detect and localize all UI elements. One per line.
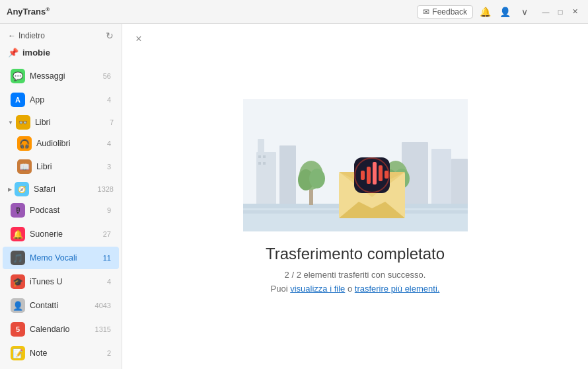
messaggi-count: 56 (103, 72, 111, 80)
libri-count: 7 (110, 118, 114, 126)
user-button[interactable]: 👤 (497, 4, 513, 20)
app-title-text: AnyTrans (7, 7, 46, 17)
audiolibri-icon: 🎧 (17, 136, 32, 151)
suonerie-label: Suonerie (30, 229, 103, 239)
sidebar: ← Indietro ↻ 📌 imobie 💬 Messaggi 56 A Ap… (0, 24, 122, 369)
sidebar-header: ← Indietro ↻ (0, 24, 122, 45)
calendario-count: 1315 (95, 325, 111, 333)
transfer-more-link[interactable]: trasferire più elementi. (355, 284, 440, 294)
sidebar-item-suonerie[interactable]: 🔔 Suonerie 27 (3, 223, 119, 245)
svg-rect-1 (256, 152, 276, 212)
chevron-button[interactable]: ∨ (517, 4, 533, 20)
sidebar-item-itunes[interactable]: 🎓 iTunes U 4 (3, 270, 119, 293)
title-bar-right: ✉ Feedback 🔔 👤 ∨ — □ ✕ (417, 4, 581, 20)
svg-rect-30 (379, 165, 383, 181)
contatti-count: 4043 (95, 302, 111, 309)
app-count: 4 (107, 96, 111, 104)
minimize-button[interactable]: — (539, 5, 552, 19)
sidebar-item-audiolibri[interactable]: 🎧 Audiolibri 4 (9, 132, 119, 155)
window-controls: — □ ✕ (539, 5, 581, 19)
messaggi-label: Messaggi (30, 71, 103, 81)
memo-icon: 🎵 (11, 251, 25, 265)
expand-icon: ▼ (8, 120, 13, 126)
sidebar-group-safari[interactable]: ▶ 🧭 Safari 1328 (0, 179, 122, 198)
svg-rect-5 (431, 149, 451, 212)
success-title: Trasferimento completato (266, 245, 445, 263)
sidebar-item-podcast[interactable]: 🎙 Podcast 9 (3, 199, 119, 222)
podcast-label: Podcast (30, 206, 107, 215)
sidebar-item-calendario[interactable]: 5 Calendario 1315 (3, 318, 119, 341)
title-bar: AnyTrans® ✉ Feedback 🔔 👤 ∨ — □ ✕ (0, 0, 588, 24)
feedback-label: Feedback (432, 7, 467, 17)
illustration-area: Trasferimento completato 2 / 2 elementi … (122, 24, 588, 369)
svg-rect-29 (373, 162, 377, 184)
feedback-icon: ✉ (423, 7, 429, 17)
success-subtitle: 2 / 2 elementi trasferiti con successo. (285, 270, 426, 280)
memo-label: Memo Vocali (30, 253, 103, 263)
device-info: 📌 imobie (0, 45, 122, 64)
back-label: Indietro (18, 31, 45, 40)
podcast-icon: 🎙 (11, 203, 25, 218)
svg-rect-7 (258, 155, 261, 158)
libri2-count: 3 (107, 163, 111, 171)
libri2-icon: 📖 (17, 159, 32, 174)
success-links: Puoi visualizza i file o trasferire più … (271, 284, 440, 294)
libri-label: Libri (35, 118, 110, 127)
suonerie-count: 27 (103, 230, 111, 238)
app-title-sup: ® (46, 7, 50, 13)
app-title: AnyTrans® (7, 7, 50, 17)
svg-rect-10 (263, 162, 266, 165)
contatti-label: Contatti (30, 301, 95, 310)
audiolibri-label: Audiolibri (36, 139, 107, 148)
device-pin-icon: 📌 (8, 48, 18, 58)
itunes-count: 4 (107, 278, 111, 286)
memo-count: 11 (103, 254, 111, 262)
device-name: imobie (22, 48, 50, 58)
notification-button[interactable]: 🔔 (477, 4, 493, 20)
contatti-icon: 👤 (11, 298, 25, 313)
refresh-button[interactable]: ↻ (106, 30, 114, 41)
audiolibri-count: 4 (107, 140, 111, 147)
note-count: 2 (107, 349, 111, 357)
svg-rect-31 (385, 171, 388, 179)
view-files-link[interactable]: visualizza i file (290, 284, 345, 294)
sidebar-item-app[interactable]: A App 4 (3, 89, 119, 111)
back-arrow-icon: ← (8, 31, 16, 40)
itunes-icon: 🎓 (11, 274, 25, 289)
svg-rect-9 (258, 162, 261, 165)
app-label: App (30, 95, 107, 104)
svg-rect-8 (263, 155, 266, 158)
safari-label: Safari (34, 184, 98, 194)
main-area: ← Indietro ↻ 📌 imobie 💬 Messaggi 56 A Ap… (0, 24, 588, 369)
sidebar-item-contatti[interactable]: 👤 Contatti 4043 (3, 294, 119, 317)
content-panel: × (122, 24, 588, 369)
safari-icon: 🧭 (15, 182, 29, 196)
calendario-label: Calendario (30, 325, 95, 334)
svg-rect-28 (367, 167, 371, 184)
feedback-button[interactable]: ✉ Feedback (417, 5, 473, 19)
sidebar-item-messaggi[interactable]: 💬 Messaggi 56 (3, 65, 119, 87)
podcast-count: 9 (107, 206, 111, 214)
link-separator: o (345, 284, 354, 294)
calendario-icon: 5 (11, 322, 25, 337)
svg-rect-2 (258, 139, 264, 155)
svg-point-17 (309, 169, 325, 188)
sidebar-group-libri[interactable]: ▼ 👓 Libri 7 (0, 112, 122, 132)
svg-rect-3 (279, 145, 296, 212)
safari-expand-icon: ▶ (8, 186, 12, 192)
note-label: Note (30, 348, 107, 358)
close-window-button[interactable]: ✕ (568, 5, 581, 19)
libri2-label: Libri (36, 162, 107, 171)
sidebar-item-note[interactable]: 📝 Note 2 (3, 342, 119, 364)
itunes-label: iTunes U (30, 277, 107, 286)
sidebar-item-memo[interactable]: 🎵 Memo Vocali 11 (3, 247, 119, 269)
libri-subitems: 🎧 Audiolibri 4 📖 Libri 3 (0, 132, 122, 179)
messaggi-icon: 💬 (11, 69, 25, 83)
safari-count: 1328 (98, 185, 114, 193)
close-panel-button[interactable]: × (131, 32, 146, 46)
app-icon: A (11, 93, 25, 107)
sidebar-item-libri2[interactable]: 📖 Libri 3 (9, 155, 119, 178)
suonerie-icon: 🔔 (11, 227, 25, 241)
back-button[interactable]: ← Indietro (8, 31, 45, 40)
restore-button[interactable]: □ (554, 5, 567, 19)
